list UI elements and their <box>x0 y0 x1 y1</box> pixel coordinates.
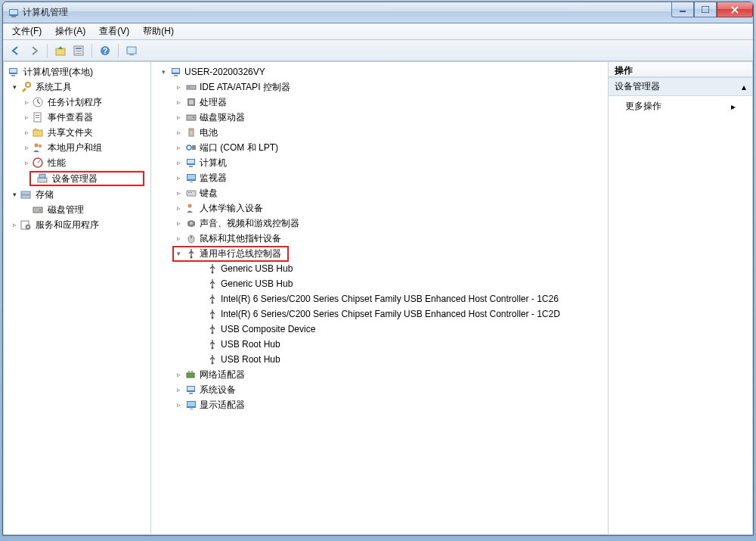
device-category[interactable]: ▹网络适配器 <box>157 367 606 382</box>
category-icon <box>185 81 197 93</box>
device-label: 声音、视频和游戏控制器 <box>200 217 299 230</box>
usb-device[interactable]: Generic USB Hub <box>157 276 606 291</box>
svg-rect-69 <box>187 373 194 378</box>
tree-storage[interactable]: ▾ 存储 <box>5 187 149 202</box>
svg-rect-42 <box>187 115 196 120</box>
expand-arrow-icon[interactable]: ▹ <box>174 173 183 182</box>
expand-arrow-icon[interactable]: ▹ <box>174 370 183 379</box>
svg-rect-45 <box>190 129 193 131</box>
maximize-button[interactable] <box>694 2 717 17</box>
usb-device[interactable]: USB Root Hub <box>157 352 606 367</box>
tree-services[interactable]: ▹ 服务和应用程序 <box>5 217 149 232</box>
usb-device[interactable]: USB Composite Device <box>157 322 606 337</box>
device-label: 鼠标和其他指针设备 <box>200 232 281 245</box>
category-icon <box>185 368 197 381</box>
expand-arrow-icon[interactable]: ▹ <box>22 98 31 107</box>
device-label: 人体学输入设备 <box>200 202 263 215</box>
device-category[interactable]: ▹磁盘驱动器 <box>157 110 606 125</box>
help-button[interactable]: ? <box>97 42 113 59</box>
expand-arrow-icon[interactable]: ▹ <box>174 143 183 152</box>
expand-arrow-icon[interactable]: ▹ <box>22 128 31 137</box>
expand-arrow-icon[interactable]: ▾ <box>159 67 168 76</box>
expand-arrow-icon[interactable]: ▹ <box>174 113 183 122</box>
svg-point-31 <box>39 210 41 211</box>
usb-device[interactable]: Intel(R) 6 Series/C200 Series Chipset Fa… <box>157 291 606 306</box>
app-window: 计算机管理 文件(F) 操作(A) 查看(V) 帮助(H) ? 计算机管理(本地… <box>2 2 754 536</box>
tree-performance[interactable]: ▹ 性能 <box>5 155 149 170</box>
expand-arrow-icon[interactable]: ▾ <box>174 249 183 258</box>
device-category[interactable]: ▹系统设备 <box>157 382 606 397</box>
expand-arrow-icon[interactable]: ▹ <box>174 400 183 409</box>
collapse-arrow-icon[interactable]: ▴ <box>742 82 746 92</box>
tree-task-scheduler[interactable]: ▹ 任务计划程序 <box>5 95 149 110</box>
svg-point-64 <box>212 302 214 304</box>
expand-arrow-icon[interactable]: ▹ <box>22 158 31 167</box>
tree-label: 磁盘管理 <box>46 203 85 217</box>
device-category[interactable]: ▹键盘 <box>157 185 606 201</box>
usb-device[interactable]: Generic USB Hub <box>157 261 606 276</box>
expand-arrow-icon[interactable]: ▹ <box>174 188 183 197</box>
tree-shared-folders[interactable]: ▹ 共享文件夹 <box>5 125 149 140</box>
device-label: 计算机 <box>200 157 227 169</box>
device-category[interactable]: ▹显示适配器 <box>157 397 606 412</box>
menu-help[interactable]: 帮助(H) <box>137 23 180 39</box>
expand-arrow-icon[interactable]: ▹ <box>174 385 183 394</box>
device-category[interactable]: ▹IDE ATA/ATAPI 控制器 <box>157 79 606 95</box>
forward-button[interactable] <box>26 42 42 59</box>
tree-systools[interactable]: ▾ 系统工具 <box>5 79 149 95</box>
actions-section[interactable]: 设备管理器 ▴ <box>609 77 752 96</box>
device-category[interactable]: ▹计算机 <box>157 155 606 170</box>
expand-arrow-icon[interactable]: ▹ <box>22 143 31 152</box>
expand-arrow-icon[interactable]: ▾ <box>10 82 19 92</box>
expand-arrow-icon[interactable]: ▾ <box>10 190 19 199</box>
expand-arrow-icon[interactable]: ▹ <box>174 98 183 107</box>
tree-event-viewer[interactable]: ▹ 事件查看器 <box>5 110 149 125</box>
properties-button[interactable] <box>70 42 87 59</box>
device-category[interactable]: ▹鼠标和其他指针设备 <box>157 231 606 246</box>
svg-rect-41 <box>189 100 194 104</box>
device-category[interactable]: ▹端口 (COM 和 LPT) <box>157 140 606 155</box>
tree-root-local[interactable]: 计算机管理(本地) <box>5 64 149 79</box>
expand-arrow-icon[interactable]: ▹ <box>10 220 19 229</box>
svg-point-43 <box>193 117 194 118</box>
usb-device[interactable]: Intel(R) 6 Series/C200 Series Chipset Fa… <box>157 306 606 322</box>
close-button[interactable] <box>717 2 753 17</box>
tree-disk-mgmt[interactable]: 磁盘管理 <box>5 202 149 217</box>
tree-local-users[interactable]: ▹ 本地用户和组 <box>5 140 149 155</box>
minimize-button[interactable] <box>671 2 694 17</box>
menu-view[interactable]: 查看(V) <box>93 23 135 39</box>
device-label: 电池 <box>200 126 218 139</box>
device-category[interactable]: ▹处理器 <box>157 95 606 110</box>
menu-action[interactable]: 操作(A) <box>49 23 91 39</box>
expand-arrow-icon[interactable]: ▹ <box>174 82 183 92</box>
view-devices-button[interactable] <box>123 42 140 59</box>
menu-file[interactable]: 文件(F) <box>6 23 48 39</box>
device-category[interactable]: ▹电池 <box>157 125 606 140</box>
device-category[interactable]: ▹声音、视频和游戏控制器 <box>157 216 606 231</box>
more-actions[interactable]: 更多操作 ▸ <box>609 96 752 117</box>
device-category[interactable]: ▹人体学输入设备 <box>157 201 606 216</box>
back-button[interactable] <box>8 42 24 59</box>
tree-device-manager[interactable]: 设备管理器 <box>29 171 144 186</box>
category-icon <box>185 126 197 138</box>
category-icon <box>185 202 197 214</box>
expand-arrow-icon[interactable]: ▹ <box>174 128 183 137</box>
usb-device[interactable]: USB Root Hub <box>157 337 606 352</box>
device-tree-panel: ▾ USER-20200326VY ▹IDE ATA/ATAPI 控制器▹处理器… <box>151 62 609 534</box>
actions-header: 操作 <box>609 62 752 77</box>
svg-rect-76 <box>187 402 195 406</box>
svg-text:?: ? <box>103 47 107 55</box>
device-category[interactable]: ▹监视器 <box>157 170 606 185</box>
perf-icon <box>32 157 44 169</box>
expand-arrow-icon[interactable]: ▹ <box>174 219 183 228</box>
tree-label: 共享文件夹 <box>46 126 94 140</box>
expand-arrow-icon[interactable]: ▹ <box>174 158 183 167</box>
up-button[interactable] <box>52 42 69 59</box>
expand-arrow-icon[interactable]: ▹ <box>174 204 183 213</box>
expand-arrow-icon[interactable]: ▹ <box>22 113 31 122</box>
device-category-usb[interactable]: ▾ 通用串行总线控制器 <box>157 246 606 261</box>
svg-rect-74 <box>189 393 193 394</box>
device-root[interactable]: ▾ USER-20200326VY <box>157 64 606 79</box>
expand-arrow-icon[interactable]: ▹ <box>174 234 183 243</box>
device-label: 处理器 <box>200 96 227 109</box>
